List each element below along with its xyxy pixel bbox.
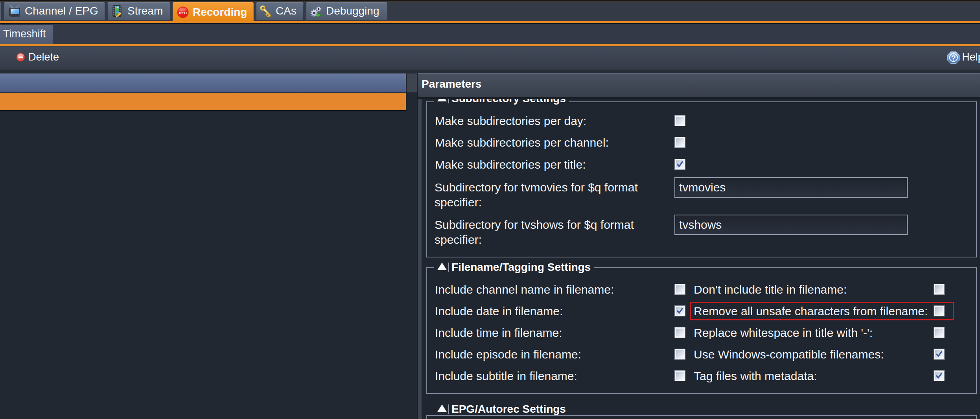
- svg-text:?: ?: [951, 54, 956, 62]
- svg-text:REC: REC: [179, 11, 187, 15]
